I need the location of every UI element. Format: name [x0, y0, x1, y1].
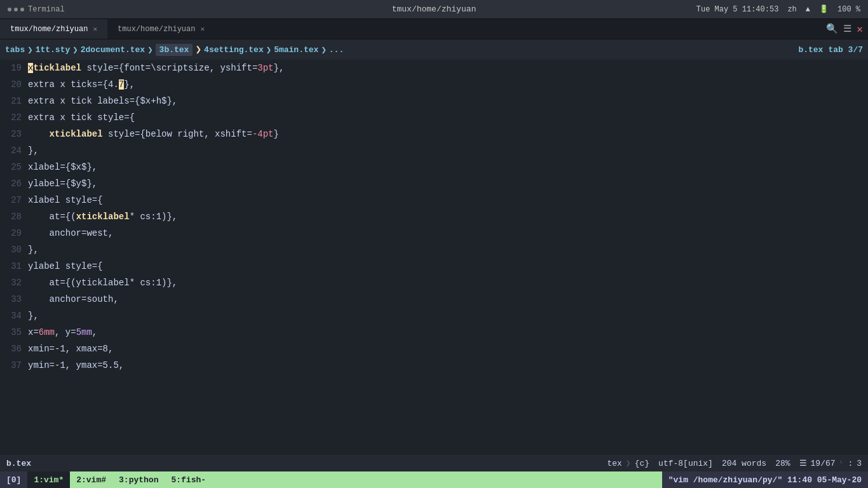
dot-1 [8, 8, 11, 11]
line-number: 22 [0, 109, 28, 126]
statusbar-lines: 19/67 [811, 459, 836, 468]
vim-tab-more[interactable]: ... [329, 45, 344, 55]
vim-tab-tabs[interactable]: tabs [5, 45, 25, 55]
title-bar-left: Terminal [8, 5, 65, 14]
line-content: xticklabel style={font=\scriptsize, yshi… [28, 60, 284, 76]
vim-tab-5[interactable]: 5 main.tex [274, 45, 318, 55]
dot-3 [20, 8, 24, 11]
code-editor[interactable]: 19 xticklabel style={font=\scriptsize, y… [0, 60, 868, 455]
table-row: 33 anchor=south, [0, 291, 868, 308]
line-number: 25 [0, 159, 28, 175]
vim-tabs-right: b.tex tab 3/7 [798, 45, 863, 55]
vim-tab-2[interactable]: 2 document.tex [81, 45, 145, 55]
line-content: xlabel={$x$}, [28, 159, 97, 175]
line-number: 33 [0, 291, 28, 308]
table-row: 37 ymin=-1, ymax=5.5, [0, 357, 868, 374]
tmux-bottom-bar: [0] 1:vim* 2:vim# 3:python 5:fish- "vim … [0, 471, 868, 488]
sep-5: ❯ [266, 44, 271, 55]
line-number: 27 [0, 192, 28, 208]
line-content: xmin=-1, xmax=8, [28, 341, 113, 357]
tmux-tab-1[interactable]: tmux/home/zhiyuan ✕ [0, 19, 107, 39]
window-title: tmux/home/zhiyuan [392, 4, 477, 14]
tmux-tab-1-label: tmux/home/zhiyuan [10, 25, 88, 34]
line-content: anchor=south, [28, 291, 119, 308]
statusbar-colon: : [848, 459, 853, 468]
vim-tab-4-num: 4 [204, 45, 209, 55]
vim-tab-more-label: ... [329, 45, 344, 55]
line-number: 34 [0, 308, 28, 324]
tmux-win-2-label: 2:vim# [76, 475, 106, 485]
tmux-win-1[interactable]: 1:vim* [27, 471, 70, 488]
code-content: 19 xticklabel style={font=\scriptsize, y… [0, 60, 868, 374]
battery-level: 100 % [837, 5, 860, 14]
tmux-tab-bar: tmux/home/zhiyuan ✕ tmux/home/zhiyuan ✕ … [0, 19, 868, 39]
table-row: 22 extra x tick style={ [0, 109, 868, 126]
line-number: 20 [0, 76, 28, 93]
vim-tab-5-label: main.tex [279, 45, 318, 55]
line-content: ymin=-1, ymax=5.5, [28, 357, 124, 374]
title-bar: Terminal tmux/home/zhiyuan Tue May 5 11:… [0, 0, 868, 19]
statusbar-file: b.tex [6, 459, 31, 468]
statusbar-next: {c} [635, 459, 649, 468]
vim-status-bar: b.tex tex ❯ {c} utf-8[unix] 204 words 28… [0, 455, 868, 471]
line-content: x=6mm, y=5mm, [28, 324, 97, 341]
tmux-tab-1-close[interactable]: ✕ [93, 25, 97, 33]
window-controls [8, 8, 24, 11]
vim-tab-1-label: tt.sty [40, 45, 70, 55]
vim-tab-tabs-label: tabs [5, 45, 25, 55]
menu-icon[interactable]: ☰ [843, 23, 851, 35]
table-row: 30 }, [0, 241, 868, 258]
line-content: xlabel style={ [28, 192, 103, 208]
tmux-tab-2[interactable]: tmux/home/zhiyuan ✕ [107, 19, 215, 39]
table-row: 19 xticklabel style={font=\scriptsize, y… [0, 60, 868, 76]
table-row: 21 extra x tick labels={$x+h$}, [0, 93, 868, 109]
statusbar-sep-1: ❯ [626, 458, 631, 468]
table-row: 31 ylabel style={ [0, 258, 868, 274]
line-number: 26 [0, 175, 28, 192]
table-row: 32 at={(yticklabel* cs:1)}, [0, 274, 868, 291]
table-row: 35 x=6mm, y=5mm, [0, 324, 868, 341]
tmux-win-2[interactable]: 2:vim# [70, 471, 112, 488]
vim-tab-4[interactable]: 4 setting.tex [204, 45, 264, 55]
sep-4: ❯ [195, 43, 201, 56]
tmux-tab-2-close[interactable]: ✕ [200, 25, 205, 33]
tmux-session-label: [0] [0, 471, 27, 488]
line-number: 31 [0, 258, 28, 274]
statusbar-encoding: utf-8[unix] [658, 459, 713, 468]
table-row: 36 xmin=-1, xmax=8, [0, 341, 868, 357]
vim-tab-2-label: document.tex [86, 45, 146, 55]
battery-icon: 🔋 [819, 4, 829, 14]
tmux-win-1-label: 1:vim* [34, 475, 64, 485]
tmux-win-3[interactable]: 3:python [112, 471, 165, 488]
tmux-win-5-label: 5:fish- [171, 475, 206, 485]
line-content: extra x tick style={ [28, 109, 135, 126]
sep-2: ❯ [72, 44, 78, 55]
line-content: extra x ticks={4.7}, [28, 76, 135, 93]
vim-tab-2-num: 2 [81, 45, 86, 55]
vim-tab-3-num: 3 [159, 45, 165, 55]
tmux-win-5[interactable]: 5:fish- [165, 471, 212, 488]
search-icon[interactable]: 🔍 [826, 23, 838, 35]
statusbar-words: 204 words [722, 459, 766, 468]
dot-2 [14, 8, 18, 11]
line-number: 37 [0, 357, 28, 374]
vim-tab-info: tab 3/7 [828, 45, 863, 55]
table-row: 24 }, [0, 142, 868, 159]
statusbar-right: tex ❯ {c} utf-8[unix] 204 words 28% ☰ 19… [607, 458, 862, 468]
tmux-windows: 1:vim* 2:vim# 3:python 5:fish- [27, 471, 661, 488]
line-number: 32 [0, 274, 28, 291]
line-number: 23 [0, 126, 28, 142]
close-icon[interactable]: ✕ [857, 23, 863, 36]
line-number: 28 [0, 208, 28, 225]
line-number: 19 [0, 60, 28, 76]
statusbar-percent: 28% [775, 459, 790, 468]
line-content: anchor=west, [28, 225, 113, 241]
line-content: }, [28, 142, 39, 159]
vim-tab-3[interactable]: 3 b.tex [156, 44, 193, 56]
vim-tab-1-num: 1 [36, 45, 41, 55]
table-row: 29 anchor=west, [0, 225, 868, 241]
table-row: 27 xlabel style={ [0, 192, 868, 208]
tmux-bottom-right-info: "vim /home/zhiyuan/py/" 11:40 05-May-20 [662, 471, 868, 488]
line-content: extra x tick labels={$x+h$}, [28, 93, 177, 109]
vim-tab-1[interactable]: 1 tt.sty [36, 45, 71, 55]
